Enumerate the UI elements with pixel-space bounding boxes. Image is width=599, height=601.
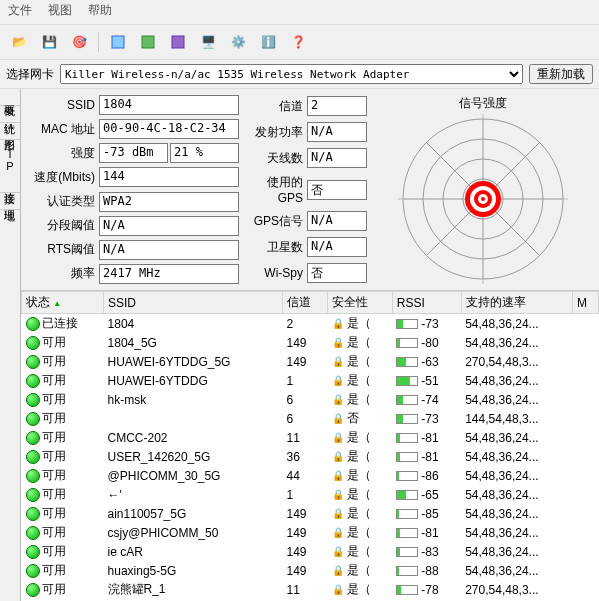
open-icon[interactable]: 📂 bbox=[6, 29, 32, 55]
save-icon[interactable]: 💾 bbox=[36, 29, 62, 55]
rssi-bar bbox=[396, 452, 418, 462]
target-icon[interactable]: 🎯 bbox=[66, 29, 92, 55]
table-row[interactable]: 可用←'1🔒 是（-6554,48,36,24... bbox=[22, 485, 599, 504]
globe1-icon[interactable] bbox=[105, 29, 131, 55]
status-dot bbox=[26, 488, 40, 502]
lock-icon: 🔒 bbox=[332, 508, 344, 519]
menu-file[interactable]: 文件 bbox=[8, 2, 32, 22]
column-header[interactable]: 状态 ▲ bbox=[22, 292, 104, 314]
field-value: 21 % bbox=[170, 143, 239, 163]
table-row[interactable]: 可用csjy@PHICOMM_50149🔒 是（-8154,48,36,24..… bbox=[22, 523, 599, 542]
field-label: 分段阈值 bbox=[27, 217, 97, 234]
status-dot bbox=[26, 431, 40, 445]
table-row[interactable]: 可用HUAWEI-6YTDDG_5G149🔒 是（-63270,54,48,3.… bbox=[22, 352, 599, 371]
field-value: WPA2 bbox=[99, 192, 239, 212]
status-dot bbox=[26, 564, 40, 578]
lock-icon: 🔒 bbox=[332, 489, 344, 500]
column-header[interactable]: M bbox=[572, 292, 598, 314]
lock-icon: 🔒 bbox=[332, 527, 344, 538]
status-dot bbox=[26, 355, 40, 369]
rssi-bar bbox=[396, 471, 418, 481]
screen-icon[interactable]: 🖥️ bbox=[195, 29, 221, 55]
menu-help[interactable]: 帮助 bbox=[88, 2, 112, 22]
status-dot bbox=[26, 469, 40, 483]
tab-geo[interactable]: 地理 bbox=[0, 193, 20, 210]
svg-rect-1 bbox=[142, 36, 154, 48]
table-row[interactable]: 可用ie cAR149🔒 是（-8354,48,36,24... bbox=[22, 542, 599, 561]
status-dot bbox=[26, 545, 40, 559]
globe2-icon[interactable] bbox=[135, 29, 161, 55]
field-value: N/A bbox=[307, 211, 367, 231]
column-header[interactable]: 支持的速率 bbox=[461, 292, 572, 314]
field-value: N/A bbox=[307, 122, 367, 142]
details-left: SSID1804MAC 地址00-90-4C-18-C2-34强度 -73 dB… bbox=[27, 95, 239, 284]
status-dot bbox=[26, 336, 40, 350]
adapter-select[interactable]: Killer Wireless-n/a/ac 1535 Wireless Net… bbox=[60, 64, 523, 84]
lock-icon: 🔒 bbox=[332, 413, 344, 424]
info-icon[interactable]: ℹ️ bbox=[255, 29, 281, 55]
lock-icon: 🔒 bbox=[332, 565, 344, 576]
field-label: 认证类型 bbox=[27, 193, 97, 210]
rssi-bar bbox=[396, 414, 418, 424]
table-row[interactable]: 可用USER_142620_5G36🔒 是（-8154,48,36,24... bbox=[22, 447, 599, 466]
signal-strength-label: 信号强度 bbox=[459, 95, 507, 112]
lock-icon: 🔒 bbox=[332, 337, 344, 348]
rssi-bar bbox=[396, 376, 418, 386]
field-label: 发射功率 bbox=[245, 124, 305, 141]
lock-icon: 🔒 bbox=[332, 318, 344, 329]
lock-icon: 🔒 bbox=[332, 375, 344, 386]
field-label: 天线数 bbox=[245, 150, 305, 167]
table-row[interactable]: 可用CMCC-20211🔒 是（-8154,48,36,24... bbox=[22, 428, 599, 447]
lock-icon: 🔒 bbox=[332, 356, 344, 367]
toolbar: 📂 💾 🎯 🖥️ ⚙️ ℹ️ ❓ bbox=[0, 24, 599, 59]
column-header[interactable]: SSID bbox=[104, 292, 283, 314]
field-label: SSID bbox=[27, 98, 97, 112]
table-row[interactable]: 可用1804_5G149🔒 是（-8054,48,36,24... bbox=[22, 333, 599, 352]
rssi-bar bbox=[396, 433, 418, 443]
svg-rect-2 bbox=[172, 36, 184, 48]
field-value: N/A bbox=[307, 237, 367, 257]
help-icon[interactable]: ❓ bbox=[285, 29, 311, 55]
field-label: GPS信号 bbox=[245, 213, 305, 230]
rssi-bar bbox=[396, 585, 418, 595]
field-value: 否 bbox=[307, 180, 367, 200]
table-row[interactable]: 可用HUAWEI-6YTDDG1🔒 是（-5154,48,36,24... bbox=[22, 371, 599, 390]
column-header[interactable]: RSSI bbox=[392, 292, 461, 314]
lock-icon: 🔒 bbox=[332, 432, 344, 443]
tab-graph[interactable]: 图形 bbox=[0, 123, 20, 140]
separator bbox=[98, 32, 99, 52]
globe3-icon[interactable] bbox=[165, 29, 191, 55]
field-label: 卫星数 bbox=[245, 239, 305, 256]
field-value: 1804 bbox=[99, 95, 239, 115]
rssi-bar bbox=[396, 357, 418, 367]
rssi-bar bbox=[396, 509, 418, 519]
network-table[interactable]: 状态 ▲SSID信道安全性RSSI支持的速率M已连接18042🔒 是（-7354… bbox=[21, 291, 599, 601]
rssi-bar bbox=[396, 490, 418, 500]
table-row[interactable]: 已连接18042🔒 是（-7354,48,36,24... bbox=[22, 314, 599, 334]
status-dot bbox=[26, 374, 40, 388]
field-value: 2417 MHz bbox=[99, 264, 239, 284]
tab-summary[interactable]: 概要 bbox=[0, 89, 20, 106]
status-dot bbox=[26, 317, 40, 331]
field-label: 频率 bbox=[27, 265, 97, 282]
rssi-bar bbox=[396, 566, 418, 576]
table-row[interactable]: 可用ain110057_5G149🔒 是（-8554,48,36,24... bbox=[22, 504, 599, 523]
column-header[interactable]: 安全性 bbox=[328, 292, 393, 314]
table-row[interactable]: 可用6🔒 否-73144,54,48,3... bbox=[22, 409, 599, 428]
gear-icon[interactable]: ⚙️ bbox=[225, 29, 251, 55]
table-row[interactable]: 可用@PHICOMM_30_5G44🔒 是（-8654,48,36,24... bbox=[22, 466, 599, 485]
signal-radar bbox=[398, 114, 568, 284]
lock-icon: 🔒 bbox=[332, 584, 344, 595]
tab-ip[interactable]: IP 连接 bbox=[0, 140, 20, 193]
table-row[interactable]: 可用hk-msk6🔒 是（-7454,48,36,24... bbox=[22, 390, 599, 409]
reload-button[interactable]: 重新加载 bbox=[529, 64, 593, 84]
rssi-bar bbox=[396, 547, 418, 557]
menu-view[interactable]: 视图 bbox=[48, 2, 72, 22]
rssi-bar bbox=[396, 338, 418, 348]
tab-stats[interactable]: 统计 bbox=[0, 106, 20, 123]
status-dot bbox=[26, 507, 40, 521]
column-header[interactable]: 信道 bbox=[283, 292, 328, 314]
lock-icon: 🔒 bbox=[332, 394, 344, 405]
table-row[interactable]: 可用浣熊罐R_111🔒 是（-78270,54,48,3... bbox=[22, 580, 599, 599]
table-row[interactable]: 可用huaxing5-5G149🔒 是（-8854,48,36,24... bbox=[22, 561, 599, 580]
